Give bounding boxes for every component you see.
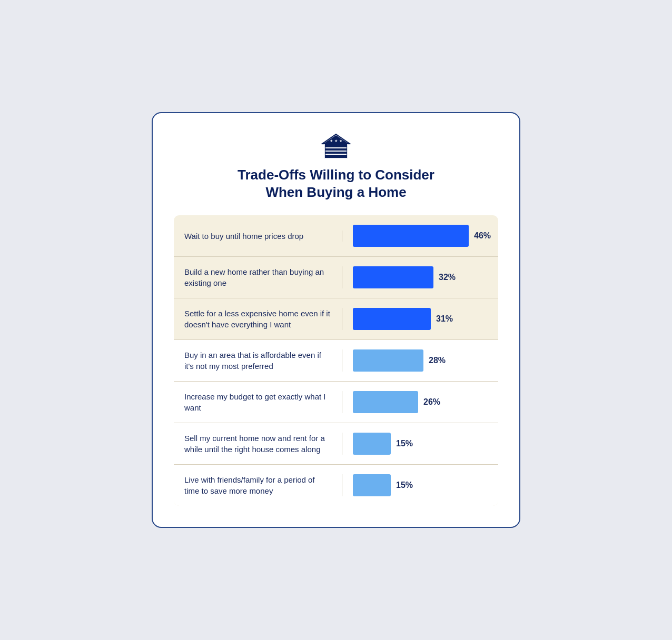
table-row: Buy in an area that is affordable even i… xyxy=(174,340,498,382)
bar-percentage: 26% xyxy=(423,397,440,407)
bar xyxy=(353,433,391,455)
row-label: Settle for a less expensive home even if… xyxy=(184,308,342,330)
row-bar-area: 28% xyxy=(342,349,488,372)
table-row: Wait to buy until home prices drop 46% xyxy=(174,215,498,257)
row-label: Live with friends/family for a period of… xyxy=(184,474,342,496)
svg-text:★: ★ xyxy=(339,139,342,143)
table-row: Settle for a less expensive home even if… xyxy=(174,298,498,340)
bar xyxy=(353,266,433,288)
bar xyxy=(353,474,391,496)
bar xyxy=(353,349,423,372)
chart-title: Trade-Offs Willing to Consider When Buyi… xyxy=(174,166,498,201)
row-bar-area: 26% xyxy=(342,391,488,413)
table-row: Increase my budget to get exactly what I… xyxy=(174,382,498,423)
logo-icon: ★ ★ ★ xyxy=(174,132,498,161)
chart-area: Wait to buy until home prices drop 46% B… xyxy=(174,215,498,506)
main-card: ★ ★ ★ Trade-Offs Willing to Consider Whe… xyxy=(152,112,520,528)
bar-percentage: 28% xyxy=(429,356,446,365)
bar-percentage: 32% xyxy=(439,273,456,282)
bar-percentage: 15% xyxy=(396,481,413,490)
bar-percentage: 31% xyxy=(436,314,453,324)
row-bar-area: 15% xyxy=(342,433,488,455)
row-label: Build a new home rather than buying an e… xyxy=(184,266,342,288)
row-bar-area: 15% xyxy=(342,474,488,496)
row-bar-area: 32% xyxy=(342,266,488,288)
table-row: Sell my current home now and rent for a … xyxy=(174,423,498,465)
svg-text:★: ★ xyxy=(330,139,333,143)
row-label: Buy in an area that is affordable even i… xyxy=(184,349,342,372)
row-bar-area: 46% xyxy=(342,225,491,247)
row-label: Sell my current home now and rent for a … xyxy=(184,433,342,455)
table-row: Build a new home rather than buying an e… xyxy=(174,257,498,298)
bar xyxy=(353,391,418,413)
table-row: Live with friends/family for a period of… xyxy=(174,465,498,506)
bar-percentage: 46% xyxy=(474,231,491,241)
bar-percentage: 15% xyxy=(396,439,413,448)
chart-header: ★ ★ ★ Trade-Offs Willing to Consider Whe… xyxy=(174,132,498,201)
svg-text:★: ★ xyxy=(334,139,338,143)
row-bar-area: 31% xyxy=(342,308,488,330)
bar xyxy=(353,308,431,330)
row-label: Wait to buy until home prices drop xyxy=(184,231,342,242)
row-label: Increase my budget to get exactly what I… xyxy=(184,391,342,413)
bar xyxy=(353,225,469,247)
